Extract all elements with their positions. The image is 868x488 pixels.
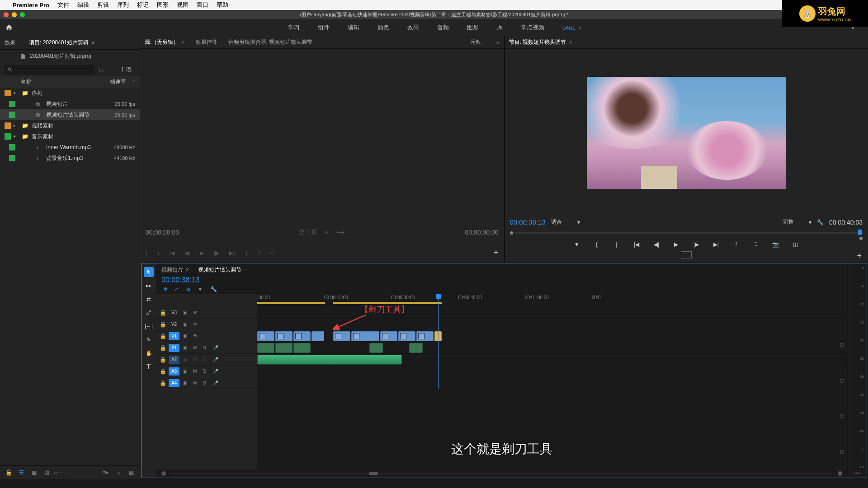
video-clip[interactable]: [311, 331, 324, 341]
go-out-icon[interactable]: ▶|: [712, 241, 721, 248]
play-icon[interactable]: ▶: [200, 250, 204, 256]
mark-in-icon[interactable]: {: [592, 241, 601, 248]
razor-tool[interactable]: [144, 308, 154, 318]
go-in-icon[interactable]: |◀: [169, 250, 175, 256]
go-out-icon[interactable]: ▶|: [229, 250, 235, 256]
track-head-a1[interactable]: 🔒A1▣MS🎤: [156, 342, 257, 354]
col-name[interactable]: 名称: [5, 78, 104, 86]
bin-seq-video-lens[interactable]: ⧉ 视频短片镜头调节 25.00 fps: [0, 109, 140, 120]
menu-sequence[interactable]: 序列: [117, 1, 129, 9]
menu-file[interactable]: 文件: [57, 1, 69, 9]
window-minimize-icon[interactable]: [12, 12, 17, 17]
ws-menu-icon[interactable]: ≡: [579, 26, 582, 31]
menu-view[interactable]: 视图: [177, 1, 189, 9]
expand-icon[interactable]: ▾: [14, 91, 19, 95]
video-clip[interactable]: [351, 331, 379, 341]
search-input[interactable]: [5, 65, 95, 75]
resolution-dropdown[interactable]: 完整: [783, 218, 793, 226]
window-close-icon[interactable]: [4, 12, 9, 17]
find-icon[interactable]: ⌕: [114, 469, 123, 477]
bin-list[interactable]: ▾ 📁 序列 ⧉ 视频短片 25.00 fps ⧉ 视频短片镜头调节 25.00…: [0, 88, 140, 465]
chevron-down-icon[interactable]: ▾: [577, 219, 580, 225]
menu-graphics[interactable]: 图形: [157, 1, 169, 9]
video-clip[interactable]: [333, 331, 350, 341]
ws-tab-editing[interactable]: 编辑: [348, 23, 359, 32]
bin-folder-sequences[interactable]: ▾ 📁 序列: [0, 88, 140, 99]
expand-icon[interactable]: ▾: [14, 134, 19, 139]
timeline-scrollbar[interactable]: [156, 469, 848, 478]
ws-tab-assembly[interactable]: 组件: [318, 23, 330, 32]
pen-tool[interactable]: ✎: [144, 335, 154, 345]
sort-icon[interactable]: ≡▾: [102, 469, 110, 477]
tab-program[interactable]: 节目: 视频短片镜头调节 ≡: [509, 38, 572, 46]
panel-menu-icon[interactable]: ≡: [92, 40, 94, 45]
step-fwd-icon[interactable]: |▶: [692, 241, 701, 248]
fit-dropdown[interactable]: 适合: [551, 218, 562, 226]
bin-seq-video[interactable]: ⧉ 视频短片 25.00 fps: [0, 99, 140, 109]
video-clip[interactable]: [380, 331, 397, 341]
tab-metadata[interactable]: 元数:: [470, 38, 482, 46]
extract-icon[interactable]: ⤵: [751, 241, 760, 248]
track-head-v3[interactable]: 🔒V3▣👁: [156, 307, 257, 319]
list-view-icon[interactable]: ☰: [17, 469, 25, 477]
overwrite-icon[interactable]: ⤴: [258, 250, 260, 256]
col-framerate[interactable]: 帧速率: [104, 78, 132, 86]
bin-folder-music[interactable]: ▾ 📁 音乐素材: [0, 131, 140, 142]
ws-tab-learn-video[interactable]: 学点视频: [521, 23, 544, 32]
add-button-icon[interactable]: +: [857, 251, 862, 261]
timeline-tracks[interactable]: 【剃刀工具】: [257, 307, 848, 469]
track-head-a4[interactable]: 🔒A4▣MS🎤: [156, 377, 257, 389]
audio-clip[interactable]: [369, 343, 383, 353]
close-tab-icon[interactable]: ×: [186, 267, 189, 273]
audio-clip[interactable]: [409, 343, 423, 353]
ws-tab-libraries[interactable]: 库: [497, 23, 503, 32]
tab-effects[interactable]: 效果: [5, 39, 15, 47]
source-tc-in[interactable]: 00;00;00;00: [146, 229, 179, 236]
go-in-icon[interactable]: |◀: [632, 241, 641, 248]
insert-icon[interactable]: ⤵: [245, 250, 248, 256]
mark-out-icon[interactable]: }: [612, 241, 621, 248]
app-name[interactable]: Premiere Pro: [13, 2, 49, 9]
fit-icon[interactable]: ⟷: [336, 229, 345, 236]
bin-audio-bgm1[interactable]: ♪ 背景音乐1.mp3 44100 Hz: [0, 153, 140, 164]
type-tool[interactable]: T: [144, 362, 154, 372]
hand-tool[interactable]: ✋: [144, 348, 154, 358]
lift-icon[interactable]: ⤴: [731, 241, 741, 248]
timeline-ruler[interactable]: :00:00 00:00:15:00 00:00:30:00 00:00:45:…: [257, 294, 848, 307]
menu-help[interactable]: 帮助: [217, 1, 228, 9]
expand-icon[interactable]: ▸: [14, 123, 19, 128]
program-timecode[interactable]: 00:00:38:13: [510, 218, 546, 226]
tab-effect-controls[interactable]: 效果控件: [196, 38, 217, 46]
compare-icon[interactable]: ◫: [791, 241, 800, 248]
settings-icon[interactable]: 🔧: [210, 286, 217, 292]
freeform-view-icon[interactable]: ⿻: [42, 469, 51, 477]
tab-audio-mixer[interactable]: 音频剪辑混合器: 视频短片镜头调节: [228, 38, 313, 46]
ripple-edit-tool[interactable]: ⇄: [144, 294, 154, 304]
slip-tool[interactable]: |↔|: [144, 321, 154, 331]
ws-tab-0401[interactable]: 0401 ≡: [562, 24, 581, 31]
marker2-icon[interactable]: ▼: [198, 286, 203, 292]
overflow-icon[interactable]: »: [496, 39, 500, 46]
safe-margins-icon[interactable]: [681, 251, 692, 258]
settings-icon[interactable]: 🔧: [817, 219, 824, 225]
ws-tab-learn[interactable]: 学习: [288, 23, 300, 32]
audio-clip[interactable]: [293, 343, 311, 353]
snap-icon[interactable]: ❄: [163, 286, 168, 292]
video-clip[interactable]: [398, 331, 415, 341]
track-head-v2[interactable]: 🔒V2▣👁: [156, 319, 257, 330]
tab-source[interactable]: 源:（无剪辑） ≡: [145, 38, 185, 46]
music-clip[interactable]: [257, 355, 402, 365]
window-zoom-icon[interactable]: [20, 12, 25, 17]
chevron-down-icon[interactable]: ▾: [325, 229, 328, 236]
home-button[interactable]: [0, 23, 18, 32]
ws-tab-audio[interactable]: 音频: [437, 23, 449, 32]
mark-out-icon[interactable]: }: [157, 250, 159, 256]
zoom-slider[interactable]: ○──: [55, 469, 63, 477]
track-head-a3[interactable]: 🔒A3▣MS🎤: [156, 366, 257, 377]
track-select-tool[interactable]: ▸▸: [144, 281, 154, 291]
icon-view-icon[interactable]: ▦: [30, 469, 38, 477]
new-item-icon[interactable]: ▦: [127, 469, 135, 477]
video-clip[interactable]: [416, 331, 434, 341]
timeline-timecode[interactable]: 00:00:38:13: [161, 276, 200, 284]
menu-clip[interactable]: 剪辑: [97, 1, 109, 9]
